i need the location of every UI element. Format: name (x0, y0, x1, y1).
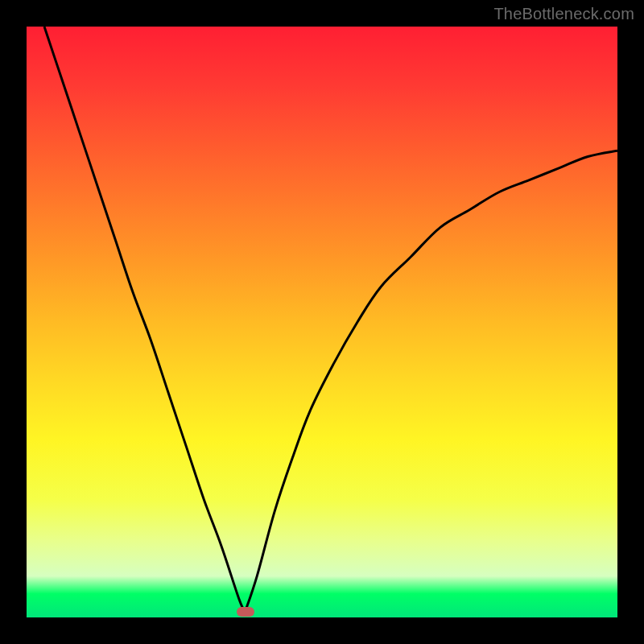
chart-stage: TheBottleneck.com (0, 0, 644, 644)
watermark-text: TheBottleneck.com (493, 5, 634, 23)
plot-area (27, 27, 617, 617)
